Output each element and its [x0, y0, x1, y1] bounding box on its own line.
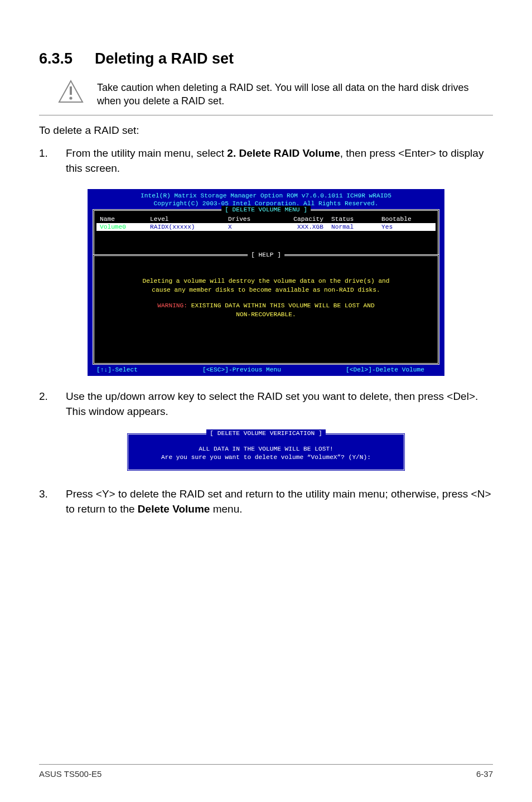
step-1: 1. From the utility main menu, select 2.…: [39, 146, 493, 176]
col-level: Level: [150, 215, 228, 223]
warning-line1: WARNING: EXISTING DATA WITHIN THIS VOLUM…: [99, 302, 433, 310]
col-bootable: Bootable: [381, 215, 432, 223]
key-select: [↑↓]-Select: [96, 366, 138, 374]
section-heading: 6.3.5Deleting a RAID set: [39, 50, 493, 67]
dialog-title: [ DELETE VOLUME VERIFICATION ]: [206, 429, 325, 438]
help-line1: Deleting a volume will destroy the volum…: [99, 277, 433, 285]
caution-text: Take caution when deleting a RAID set. Y…: [97, 80, 493, 108]
intro-paragraph: To delete a RAID set:: [39, 123, 493, 138]
step-text-post: menu.: [210, 503, 242, 515]
col-name: Name: [100, 215, 150, 223]
bios-screenshot-confirm-dialog: [ DELETE VOLUME VERIFICATION ] ALL DATA …: [127, 433, 405, 471]
step-text-bold: Delete Volume: [138, 503, 210, 515]
col-drives: Drives: [228, 215, 270, 223]
svg-rect-1: [70, 86, 72, 95]
section-number: 6.3.5: [39, 50, 95, 67]
key-previous: [<ESC>]-Previous Menu: [202, 366, 281, 374]
section-title: Deleting a RAID set: [95, 50, 234, 67]
step-3: 3. Press <Y> to delete the RAID set and …: [39, 487, 493, 516]
footer-right: 6-37: [476, 769, 493, 779]
svg-point-2: [69, 96, 72, 99]
caution-icon: [58, 80, 84, 103]
step-text-bold: 2. Delete RAID Volume: [227, 147, 340, 159]
step-body: Use the up/down arrow key to select the …: [66, 389, 493, 419]
step-body: From the utility main menu, select 2. De…: [66, 146, 493, 176]
step-text-pre: Press <Y> to delete the RAID set and ret…: [66, 488, 491, 515]
dialog-warning: ALL DATA IN THE VOLUME WILL BE LOST!: [133, 445, 399, 453]
table-row: Volume0 RAIDX(xxxxx) X XXX.XGB Normal Ye…: [96, 223, 436, 231]
warning-line2: NON-RECOVERABLE.: [99, 311, 433, 318]
cell-level: RAIDX(xxxxx): [150, 223, 228, 231]
step-number: 1.: [39, 146, 66, 176]
bios-menu-title: [ DELETE VOLUME MENU ]: [221, 206, 311, 214]
help-line2: cause any member disks to become availab…: [99, 286, 433, 294]
bios-footer-keys: [↑↓]-Select [<ESC>]-Previous Menu [<Del>…: [88, 365, 444, 376]
caution-block: Take caution when deleting a RAID set. Y…: [39, 80, 493, 115]
key-delete: [<Del>]-Delete Volume: [346, 366, 424, 374]
warning-text: EXISTING DATA WITHIN THIS VOLUME WILL BE…: [187, 302, 375, 309]
page-footer: ASUS TS500-E5 6-37: [39, 764, 493, 779]
cell-drives: X: [228, 223, 270, 231]
step-number: 3.: [39, 487, 66, 516]
bios-header-line1: Intel(R) Matrix Storage Manager Option R…: [88, 192, 444, 200]
cell-capacity: XXX.XGB: [270, 223, 331, 231]
cell-bootable: Yes: [381, 223, 432, 231]
bios-screenshot-delete-menu: Intel(R) Matrix Storage Manager Option R…: [88, 189, 444, 376]
step-2: 2. Use the up/down arrow key to select t…: [39, 389, 493, 419]
warning-label: WARNING:: [157, 302, 187, 309]
step-body: Press <Y> to delete the RAID set and ret…: [66, 487, 493, 516]
step-text-pre: From the utility main menu, select: [66, 147, 227, 159]
cell-name: Volume0: [100, 223, 150, 231]
cell-status: Normal: [331, 223, 381, 231]
bios-help-title: [ HELP ]: [248, 251, 284, 259]
col-status: Status: [331, 215, 381, 223]
step-number: 2.: [39, 389, 66, 419]
dialog-prompt: Are you sure you want to delete volume “…: [133, 453, 399, 462]
col-capacity: Capacity: [270, 215, 331, 223]
footer-left: ASUS TS500-E5: [39, 769, 101, 779]
table-header-row: Name Level Drives Capacity Status Bootab…: [96, 215, 436, 223]
